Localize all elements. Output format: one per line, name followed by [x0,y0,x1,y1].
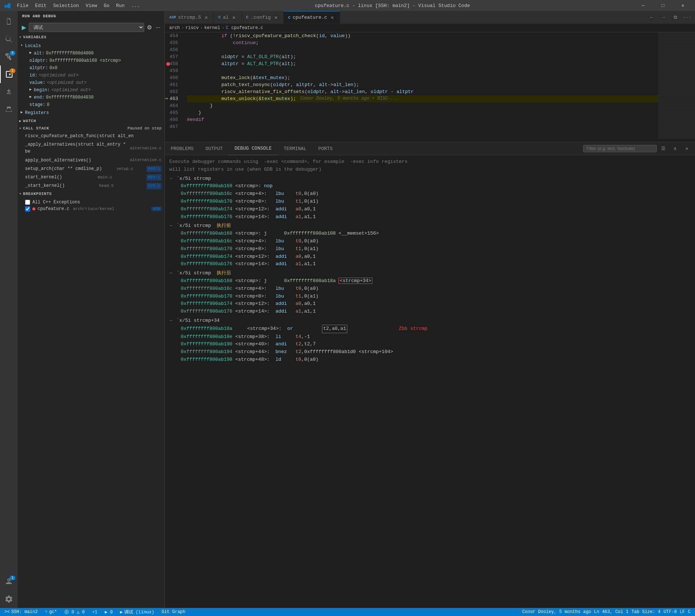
tab-cpufeature[interactable]: C cpufeature.c ✕ [284,11,340,24]
activity-extensions[interactable] [0,83,18,101]
breadcrumb-kernel[interactable]: kernel [204,25,220,31]
status-ssh[interactable]: >< SSH: main2 [3,608,39,616]
panel-tab-debug-console[interactable]: DEBUG CONSOLE [228,142,277,155]
debug-config-select[interactable]: 调试 [29,23,144,32]
tab-strcmps-close[interactable]: ✕ [203,14,209,20]
status-errors[interactable]: ⓪ 0 △ 0 [63,608,86,616]
horizontal-scrollbar[interactable] [165,139,695,142]
line-num-456: 456 [165,46,181,53]
tab-split-button[interactable]: ⧉ [670,12,680,22]
tab-actions: ← → ⧉ ··· [643,12,695,22]
var-alt[interactable]: ▶ alt: 0xffffffff800d4000 [18,50,164,57]
callstack-item-2[interactable]: apply_boot_alternatives() alternative.c [18,156,164,165]
call-stack-header[interactable]: ▾ CALL STACK Paused on step [18,125,164,132]
code-line-457: oldptr = ALT_OLD_PTR(alt); [187,53,658,60]
var-value-field[interactable]: value: <optimized out> [18,79,164,86]
breakpoints-header[interactable]: ▾ BREAKPOINTS [18,190,164,197]
menu-more[interactable]: ... [128,2,143,9]
debug-more-button[interactable]: ··· [155,23,162,32]
menu-run[interactable]: Run [113,2,127,9]
console-list-view-button[interactable]: ☰ [658,143,669,154]
callstack-item-3[interactable]: setup_arch(char ** cmdline_p) setup.c 89… [18,165,164,173]
panel-tab-problems[interactable]: PROBLEMS [165,142,199,155]
var-end[interactable]: ▶ end: 0xffffffff800d4030 [18,94,164,101]
callstack-item-0[interactable]: riscv_cpufeature_patch_func(struct alt_e… [18,132,164,140]
console-filter-input[interactable] [583,145,657,152]
menu-file[interactable]: File [14,2,31,9]
maximize-button[interactable]: □ [655,0,671,11]
var-altptr[interactable]: altptr: 0x0 [18,64,164,72]
var-begin[interactable]: ▶ begin: <optimized out> [18,86,164,94]
callstack-item-1[interactable]: _apply_alternatives(struct alt_entry * b… [18,140,164,156]
status-encoding[interactable]: UTF-8 [662,608,678,616]
tab-c-icon-config: C [246,15,249,19]
console-s1-l1: 0xffffffff800ab168 <strcmp>: nop [169,182,691,190]
status-tab-size[interactable]: Tab Size: 4 [630,608,662,616]
minimize-button[interactable]: ─ [635,0,652,11]
run-play-button[interactable]: ▶ [21,23,27,32]
console-close-button[interactable]: ✕ [682,143,692,154]
activity-testing[interactable] [0,101,18,118]
breakpoint-cpufeature-checkbox[interactable] [25,206,30,211]
tab-config[interactable]: C .config ✕ [242,11,284,24]
breadcrumb-riscv[interactable]: riscv [185,25,199,31]
debug-settings-button[interactable]: ⚙ [146,23,153,32]
menu-view[interactable]: View [83,2,100,9]
console-collapse-button[interactable]: ∧ [670,143,680,154]
status-ports[interactable]: ▶ 0 [103,608,114,616]
status-eol[interactable]: LF [678,608,686,616]
status-debug[interactable]: ▶ 调试 (linux) [118,608,156,616]
menu-go[interactable]: Go [101,2,113,9]
breakpoint-all-cpp-checkbox[interactable] [25,200,30,205]
activity-settings[interactable] [0,590,18,608]
var-id[interactable]: id: <optimized out> [18,72,164,79]
watch-header[interactable]: ▶ WATCH [18,117,164,125]
run-debug-bar: ▶ 调试 ⚙ ··· [18,21,164,33]
callstack-item-4[interactable]: start_kernel() main.c 893:1 [18,173,164,182]
activity-run-debug[interactable]: 1 [0,65,18,83]
breakpoint-cpufeature[interactable]: cpufeature.c arch/riscv/kernel 458 [18,206,164,212]
breadcrumb-arch[interactable]: arch [169,25,180,31]
code-content[interactable]: if (!riscv_cpufeature_patch_check(id, va… [184,32,658,139]
status-git-graph[interactable]: Git Graph [160,608,187,616]
var-oldptr[interactable]: oldptr: 0xffffffff800ab168 <strcmp> [18,57,164,64]
activity-source-control[interactable]: 5 [0,48,18,65]
activity-search[interactable] [0,30,18,48]
status-git[interactable]: ⑂ gc* [43,608,58,616]
status-language[interactable]: C [687,608,692,616]
panel-tab-ports[interactable]: PORTS [312,142,338,155]
breadcrumb-file[interactable]: cpufeature.c [231,25,263,31]
locals-item[interactable]: ▾ Locals [18,42,164,50]
tab-al-close[interactable]: ✕ [231,14,237,20]
tab-cpufeature-close[interactable]: ✕ [329,15,335,21]
line-num-461: 461 [165,81,181,88]
code-editor[interactable]: 454 455 456 457 458 459 460 461 462 ⇒ 46… [165,32,695,139]
tab-more-button[interactable]: ··· [682,12,692,22]
variables-header[interactable]: ▾ VARIABLES [18,33,164,41]
tab-config-close[interactable]: ✕ [273,14,279,20]
status-cursor[interactable]: Ln 463, Col 1 [593,608,630,616]
tab-al[interactable]: C al ✕ [214,11,241,24]
panel-tab-terminal[interactable]: TERMINAL [278,142,312,155]
close-button[interactable]: ✕ [674,0,691,11]
menu-edit[interactable]: Edit [32,2,49,9]
console-section-2-label: 执行前 [217,222,231,230]
begin-expand-icon: ▶ [29,87,32,92]
go-back-button[interactable]: ← [646,12,657,22]
callstack-item-5[interactable]: _start_kernel() head.S 328:1 [18,182,164,190]
registers-item[interactable]: ▶ Registers [18,109,164,117]
go-forward-button[interactable]: → [658,12,669,22]
id-key: id: [29,72,38,79]
status-blame[interactable]: Conor Dooley, 5 months ago [521,608,592,616]
console-content[interactable]: Execute debugger commands using -exec <c… [165,155,695,363]
panel-tab-output[interactable]: OUTPUT [199,142,228,155]
tab-strcmps[interactable]: ASM strcmp.S ✕ [165,11,214,24]
menu-selection[interactable]: Selection [50,2,82,9]
status-bar: >< SSH: main2 ⑂ gc* ⓪ 0 △ 0 ⚡1 ▶ 0 ▶ 调试 … [0,608,695,616]
callstack-file-4: main.c [98,174,113,181]
breakpoint-all-cpp[interactable]: All C++ Exceptions [18,199,164,206]
var-stage[interactable]: stage: 0 [18,101,164,108]
activity-accounts[interactable]: 1 [0,573,18,590]
activity-explorer[interactable] [0,13,18,30]
status-warnings[interactable]: ⚡1 [91,608,99,616]
